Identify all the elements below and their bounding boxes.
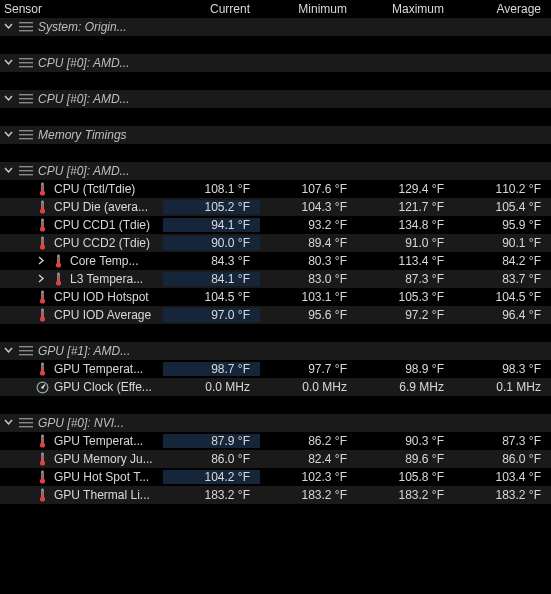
table-row[interactable]: CPU [#0]: AMD... [0,162,551,180]
chevron-right-icon[interactable] [36,274,46,284]
group-header: Memory Timings [0,128,163,142]
thermometer-icon [34,236,50,250]
thermometer-icon [34,308,50,322]
sensor-cell: GPU Hot Spot T... [0,470,163,484]
row-label: CPU [#0]: AMD... [38,92,130,106]
sensor-cell: GPU Memory Ju... [0,452,163,466]
bars-icon [18,165,34,177]
col-header-minimum[interactable]: Minimum [260,2,357,16]
sensor-cell: CPU IOD Average [0,308,163,322]
svg-point-20 [39,208,44,213]
cell-average: 0.1 MHz [454,380,551,394]
row-label: CPU CCD2 (Tdie) [54,236,150,250]
table-row[interactable]: CPU IOD Hotspot104.5 °F103.1 °F105.3 °F1… [0,288,551,306]
table-row[interactable] [0,396,551,414]
svg-rect-11 [19,138,33,139]
row-label: CPU IOD Average [54,308,151,322]
col-header-average[interactable]: Average [454,2,551,16]
table-row[interactable]: Core Temp...84.3 °F80.3 °F113.4 °F84.2 °… [0,252,551,270]
chevron-down-icon[interactable] [4,22,14,32]
row-label: GPU Temperat... [54,362,143,376]
chevron-down-icon[interactable] [4,166,14,176]
thermometer-icon [34,488,50,502]
sensor-cell: L3 Tempera... [0,272,163,286]
sensor-cell: CPU CCD1 (Tdie) [0,218,163,232]
cell-current: 84.1 °F [163,272,260,286]
table-row[interactable]: CPU Die (avera...105.2 °F104.3 °F121.7 °… [0,198,551,216]
table-row[interactable]: System: Origin... [0,18,551,36]
svg-rect-12 [19,166,33,167]
svg-point-17 [39,190,44,195]
cell-maximum: 129.4 °F [357,182,454,196]
table-row[interactable]: CPU CCD1 (Tdie)94.1 °F93.2 °F134.8 °F95.… [0,216,551,234]
blank-row [0,148,163,158]
cell-current: 97.0 °F [163,308,260,322]
chevron-down-icon[interactable] [4,94,14,104]
chevron-down-icon[interactable] [4,58,14,68]
bars-icon [18,129,34,141]
chevron-right-icon[interactable] [36,256,46,266]
chevron-down-icon[interactable] [4,346,14,356]
table-row[interactable]: CPU IOD Average97.0 °F95.6 °F97.2 °F96.4… [0,306,551,324]
row-label: Core Temp... [70,254,138,268]
table-row[interactable]: GPU Temperat...98.7 °F97.7 °F98.9 °F98.3… [0,360,551,378]
cell-maximum: 134.8 °F [357,218,454,232]
table-row[interactable]: GPU Memory Ju...86.0 °F82.4 °F89.6 °F86.… [0,450,551,468]
chevron-down-icon[interactable] [4,418,14,428]
svg-rect-2 [19,30,33,31]
bars-icon [18,21,34,33]
table-row[interactable]: CPU [#0]: AMD... [0,90,551,108]
blank-row [0,76,163,86]
table-row[interactable]: GPU [#1]: AMD... [0,342,551,360]
cell-maximum: 87.3 °F [357,272,454,286]
col-header-maximum[interactable]: Maximum [357,2,454,16]
col-header-current[interactable]: Current [163,2,260,16]
table-row[interactable]: Memory Timings [0,126,551,144]
thermometer-icon [34,290,50,304]
table-row[interactable] [0,72,551,90]
group-header: System: Origin... [0,20,163,34]
table-row[interactable]: GPU Temperat...87.9 °F86.2 °F90.3 °F87.3… [0,432,551,450]
table-row[interactable] [0,108,551,126]
table-row[interactable]: GPU Thermal Li...183.2 °F183.2 °F183.2 °… [0,486,551,504]
svg-rect-47 [19,418,33,419]
chevron-down-icon[interactable] [4,130,14,140]
col-header-sensor[interactable]: Sensor [0,2,163,16]
table-row[interactable]: GPU Hot Spot T...104.2 °F102.3 °F105.8 °… [0,468,551,486]
thermometer-icon [50,254,66,268]
thermometer-icon [34,218,50,232]
row-label: L3 Tempera... [70,272,143,286]
cell-current: 87.9 °F [163,434,260,448]
svg-point-35 [39,298,44,303]
cell-minimum: 93.2 °F [260,218,357,232]
cell-current: 94.1 °F [163,218,260,232]
table-row[interactable]: GPU [#0]: NVI... [0,414,551,432]
svg-rect-10 [19,134,33,135]
svg-point-44 [39,370,44,375]
table-row[interactable] [0,36,551,54]
table-row[interactable] [0,504,551,522]
table-row[interactable]: CPU CCD2 (Tdie)90.0 °F89.4 °F91.0 °F90.1… [0,234,551,252]
cell-average: 183.2 °F [454,488,551,502]
group-header: CPU [#0]: AMD... [0,56,163,70]
svg-rect-49 [19,426,33,427]
table-row[interactable]: CPU [#0]: AMD... [0,54,551,72]
table-row[interactable] [0,144,551,162]
row-label: GPU Memory Ju... [54,452,153,466]
svg-rect-9 [19,130,33,131]
cell-maximum: 98.9 °F [357,362,454,376]
table-row[interactable]: L3 Tempera...84.1 °F83.0 °F87.3 °F83.7 °… [0,270,551,288]
cell-average: 98.3 °F [454,362,551,376]
bars-icon [18,93,34,105]
row-label: CPU Die (avera... [54,200,148,214]
cell-current: 108.1 °F [163,182,260,196]
table-row[interactable] [0,324,551,342]
group-header: GPU [#1]: AMD... [0,344,163,358]
row-label: GPU Hot Spot T... [54,470,149,484]
row-label: CPU (Tctl/Tdie) [54,182,135,196]
cell-minimum: 102.3 °F [260,470,357,484]
svg-rect-48 [19,422,33,423]
table-row[interactable]: GPU Clock (Effe...0.0 MHz0.0 MHz6.9 MHz0… [0,378,551,396]
svg-rect-14 [19,174,33,175]
table-row[interactable]: CPU (Tctl/Tdie)108.1 °F107.6 °F129.4 °F1… [0,180,551,198]
